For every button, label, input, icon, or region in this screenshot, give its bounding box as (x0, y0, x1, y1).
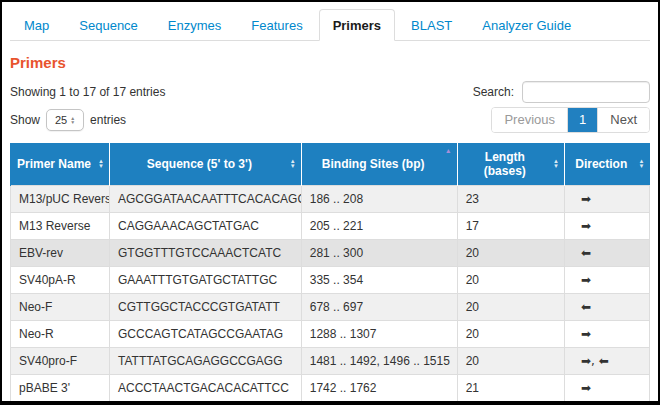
sort-ascending-icon: ▲ (445, 147, 452, 154)
length-cell: 21 (457, 375, 564, 402)
pagination-next[interactable]: Next (597, 108, 649, 132)
length-cell: 22 (457, 402, 564, 405)
length-cell: 20 (457, 294, 564, 321)
binding-sites-cell: 281 .. 300 (301, 240, 457, 267)
sort-icon: ▲▼ (639, 159, 645, 169)
table-header-row: Primer Name ▲▼ Sequence (5' to 3') ▲▼ Bi… (11, 143, 650, 186)
length-cell: 20 (457, 321, 564, 348)
length-cell: 23 (457, 186, 564, 213)
direction-cell: ➡ (564, 213, 649, 240)
pagination-page-1-label[interactable]: 1 (568, 108, 597, 132)
column-header-direction[interactable]: Direction ▲▼ (564, 143, 649, 186)
sequence-cell: GTGGTTTGTCCAAACTCATC (110, 240, 302, 267)
entries-info: Showing 1 to 17 of 17 entries (10, 85, 165, 99)
tab-map[interactable]: Map (10, 9, 63, 41)
primer-name-cell: pBABE 3' (11, 375, 110, 402)
sort-icon: ▲▼ (290, 159, 296, 169)
table-row: Neo-R GCCCAGTCATAGCCGAATAG 1288 .. 1307 … (11, 321, 650, 348)
direction-cell: ⬅ (564, 240, 649, 267)
binding-sites-cell: 186 .. 208 (301, 186, 457, 213)
tab-blast-label[interactable]: BLAST (397, 9, 466, 41)
column-header-primer-name[interactable]: Primer Name ▲▼ (11, 143, 110, 186)
direction-cell: ⬅ (564, 294, 649, 321)
pagination: Previous 1 Next (491, 107, 650, 133)
binding-sites-cell: 1742 .. 1762 (301, 375, 457, 402)
length-cell: 20 (457, 348, 564, 375)
direction-cell: ➡ (564, 375, 649, 402)
entries-per-page-select[interactable]: 25 ▲ ▼ (46, 109, 84, 131)
column-header-binding-sites[interactable]: Binding Sites (bp) ▲ (301, 143, 457, 186)
direction-cell: ➡ (564, 186, 649, 213)
binding-sites-cell: 1481 .. 1492, 1496 .. 1515 (301, 348, 457, 375)
table-row: Neo-F CGTTGGCTACCCGTGATATT 678 .. 697 20… (11, 294, 650, 321)
binding-sites-cell: 678 .. 697 (301, 294, 457, 321)
tab-bar: Map Sequence Enzymes Features Primers BL… (10, 9, 650, 41)
column-header-length[interactable]: Length (bases) ▲▼ (457, 143, 564, 186)
sequence-cell: CAGGAAACAGCTATGAC (110, 213, 302, 240)
tab-map-label[interactable]: Map (10, 9, 63, 41)
tab-primers[interactable]: Primers (319, 9, 395, 41)
tab-sequence-label[interactable]: Sequence (65, 9, 152, 41)
pagination-page-1[interactable]: 1 (567, 108, 597, 132)
select-stepper-icon: ▲ ▼ (70, 116, 75, 124)
pagination-previous[interactable]: Previous (492, 108, 567, 132)
binding-sites-cell: 1288 .. 1307 (301, 321, 457, 348)
table-row: SV40pA-R GAAATTTGTGATGCTATTGC 335 .. 354… (11, 267, 650, 294)
sequence-cell: ACCCTAACTGACACACATTCC (110, 375, 302, 402)
tab-enzymes-label[interactable]: Enzymes (154, 9, 235, 41)
tab-features-label[interactable]: Features (237, 9, 316, 41)
length-cell: 20 (457, 240, 564, 267)
primer-name-cell: M13 Reverse (11, 213, 110, 240)
table-row: pBABE 3' ACCCTAACTGACACACATTCC 1742 .. 1… (11, 375, 650, 402)
sequence-cell: GCCCAGTCATAGCCGAATAG (110, 321, 302, 348)
direction-cell: ➡ (564, 267, 649, 294)
pagination-previous-label[interactable]: Previous (492, 108, 567, 132)
direction-cell: ➡, ⬅ (564, 348, 649, 375)
primer-name-cell: SV40pro-F (11, 348, 110, 375)
primer-name-cell: EBV-rev (11, 240, 110, 267)
sequence-cell: GTGGACTCTTGTTCCAAACTGG (110, 402, 302, 405)
table-row: M13 Reverse CAGGAAACAGCTATGAC 205 .. 221… (11, 213, 650, 240)
sort-icon: ▲▼ (98, 159, 104, 169)
entries-label: entries (90, 113, 126, 127)
primer-name-cell: Neo-F (11, 294, 110, 321)
binding-sites-cell: 1881 .. 1902 (301, 402, 457, 405)
direction-cell: ➡ (564, 321, 649, 348)
page-title: Primers (10, 54, 650, 71)
sequence-cell: GAAATTTGTGATGCTATTGC (110, 267, 302, 294)
sequence-cell: CGTTGGCTACCCGTGATATT (110, 294, 302, 321)
app-window: Map Sequence Enzymes Features Primers BL… (0, 0, 660, 405)
entries-per-page-value: 25 (55, 114, 67, 126)
tab-blast[interactable]: BLAST (397, 9, 466, 41)
tab-sequence[interactable]: Sequence (65, 9, 152, 41)
primer-name-cell: F1ori-F (11, 402, 110, 405)
primer-name-cell: M13/pUC Reverse (11, 186, 110, 213)
primer-name-cell: Neo-R (11, 321, 110, 348)
sequence-cell: TATTTATGCAGAGGCCGAGG (110, 348, 302, 375)
primers-table: Primer Name ▲▼ Sequence (5' to 3') ▲▼ Bi… (10, 143, 650, 405)
binding-sites-cell: 335 .. 354 (301, 267, 457, 294)
tab-features[interactable]: Features (237, 9, 316, 41)
show-label: Show (10, 113, 40, 127)
sort-icon: ▲▼ (553, 159, 559, 169)
search-label: Search: (473, 85, 514, 99)
direction-cell: ⬅ (564, 402, 649, 405)
tab-analyzer-guide-label[interactable]: Analyzer Guide (468, 9, 585, 41)
tab-analyzer-guide[interactable]: Analyzer Guide (468, 9, 585, 41)
table-row: F1ori-F GTGGACTCTTGTTCCAAACTGG 1881 .. 1… (11, 402, 650, 405)
sequence-cell: AGCGGATAACAATTTCACACAGG (110, 186, 302, 213)
table-row: M13/pUC Reverse AGCGGATAACAATTTCACACAGG … (11, 186, 650, 213)
length-cell: 17 (457, 213, 564, 240)
tab-primers-label[interactable]: Primers (319, 9, 395, 41)
table-row: SV40pro-F TATTTATGCAGAGGCCGAGG 1481 .. 1… (11, 348, 650, 375)
column-header-sequence[interactable]: Sequence (5' to 3') ▲▼ (110, 143, 302, 186)
search-input[interactable] (522, 81, 650, 103)
pagination-next-label[interactable]: Next (598, 108, 649, 132)
binding-sites-cell: 205 .. 221 (301, 213, 457, 240)
length-cell: 20 (457, 267, 564, 294)
primer-name-cell: SV40pA-R (11, 267, 110, 294)
table-row: EBV-rev GTGGTTTGTCCAAACTCATC 281 .. 300 … (11, 240, 650, 267)
tab-enzymes[interactable]: Enzymes (154, 9, 235, 41)
